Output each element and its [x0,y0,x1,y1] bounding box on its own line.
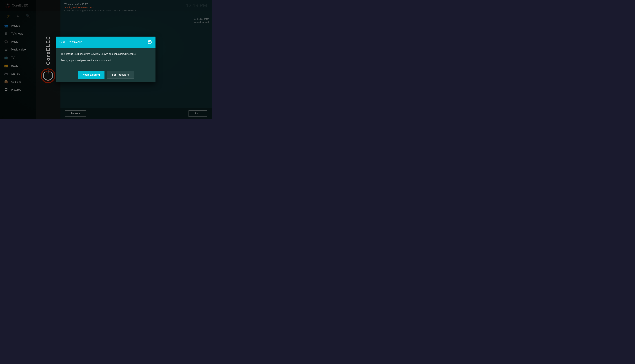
dialog-header: SSH Password [56,36,155,48]
dialog-body: The default SSH password is widely known… [56,48,155,68]
dialog-overlay: SSH Password The default SSH password is… [0,0,212,119]
power-icon [147,40,152,44]
dialog-title: SSH Password [59,40,82,44]
keep-existing-button[interactable]: Keep Existing [78,71,105,79]
dialog-close-button[interactable] [147,39,152,45]
dialog-body-line1: The default SSH password is widely known… [61,52,151,56]
dialog-footer: Keep Existing Set Password [56,68,155,82]
set-password-button[interactable]: Set Password [107,71,134,79]
dialog-body-line2: Setting a personal password is recommend… [61,58,151,62]
ssh-password-dialog: SSH Password The default SSH password is… [56,36,155,82]
tv-background: CoreELEC 12:19 PM ⚡ ⚙ 🔍 👥 Movies 🖥 TV sh… [0,0,212,119]
